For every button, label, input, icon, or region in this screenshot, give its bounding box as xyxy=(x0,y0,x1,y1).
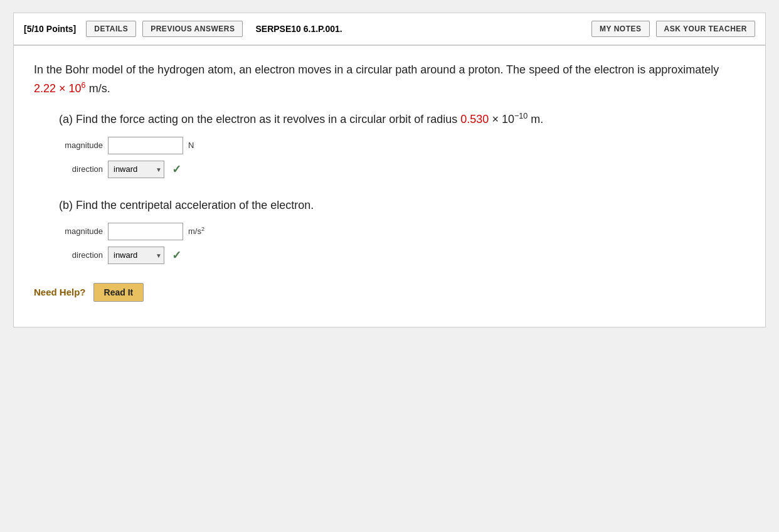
part-a-label: (a) xyxy=(59,113,73,125)
part-b-text: Find the centripetal acceleration of the… xyxy=(76,199,314,211)
part-a-radius: 0.530 xyxy=(460,113,489,125)
part-a-magnitude-input[interactable] xyxy=(108,137,183,154)
part-a-unit: N xyxy=(188,141,194,150)
part-a-radius-unit: m. xyxy=(531,113,543,125)
speed-exponent: 6 xyxy=(82,81,86,90)
details-button[interactable]: DETAILS xyxy=(86,21,136,37)
part-a-direction-label: direction xyxy=(59,164,103,174)
part-a-block: (a) Find the force acting on the electro… xyxy=(59,110,745,178)
part-b-title: (b) Find the centripetal acceleration of… xyxy=(59,197,745,214)
need-help-label: Need Help? xyxy=(34,287,86,297)
part-a-magnitude-row: magnitude N xyxy=(59,137,745,154)
need-help-section: Need Help? Read It xyxy=(34,283,745,302)
speed-times: × 10 xyxy=(59,82,82,95)
ask-teacher-button[interactable]: ASK YOUR TEACHER xyxy=(656,21,755,37)
read-it-button[interactable]: Read It xyxy=(93,283,144,302)
part-b-block: (b) Find the centripetal acceleration of… xyxy=(59,197,745,264)
previous-answers-button[interactable]: PREVIOUS ANSWERS xyxy=(142,21,243,37)
part-a-title: (a) Find the force acting on the electro… xyxy=(59,110,745,128)
part-a-direction-select[interactable]: inward outward xyxy=(108,161,164,178)
page-container: [5/10 Points] DETAILS PREVIOUS ANSWERS S… xyxy=(13,13,766,327)
points-label: [5/10 Points] xyxy=(24,24,76,34)
problem-intro: In the Bohr model of the hydrogen atom, … xyxy=(34,61,745,98)
part-a-direction-row: direction inward outward ▼ ✓ xyxy=(59,161,745,178)
part-a-check-icon: ✓ xyxy=(172,162,181,176)
part-b-direction-label: direction xyxy=(59,250,103,260)
part-a-radius-notation: × 10−10 xyxy=(492,113,527,125)
problem-code: SERPSE10 6.1.P.001. xyxy=(255,24,342,34)
part-b-direction-select[interactable]: inward outward xyxy=(108,247,164,264)
part-a-text: Find the force acting on the electron as… xyxy=(76,113,460,125)
part-b-magnitude-input[interactable] xyxy=(108,223,183,240)
part-b-check-icon: ✓ xyxy=(172,248,181,262)
part-b-magnitude-row: magnitude m/s2 xyxy=(59,223,745,240)
part-a-direction-select-wrapper: inward outward ▼ xyxy=(108,161,164,178)
header-bar: [5/10 Points] DETAILS PREVIOUS ANSWERS S… xyxy=(14,13,765,46)
part-b-direction-row: direction inward outward ▼ ✓ xyxy=(59,247,745,264)
part-b-unit: m/s2 xyxy=(188,226,204,236)
intro-text: In the Bohr model of the hydrogen atom, … xyxy=(34,63,719,76)
part-b-direction-select-wrapper: inward outward ▼ xyxy=(108,247,164,264)
speed-value: 2.22 × 106 xyxy=(34,82,89,95)
part-b-magnitude-label: magnitude xyxy=(59,226,103,236)
my-notes-button[interactable]: MY NOTES xyxy=(591,21,649,37)
part-b-label: (b) xyxy=(59,199,73,211)
part-a-magnitude-label: magnitude xyxy=(59,141,103,150)
content-area: In the Bohr model of the hydrogen atom, … xyxy=(14,46,765,327)
speed-unit: m/s. xyxy=(89,82,110,95)
